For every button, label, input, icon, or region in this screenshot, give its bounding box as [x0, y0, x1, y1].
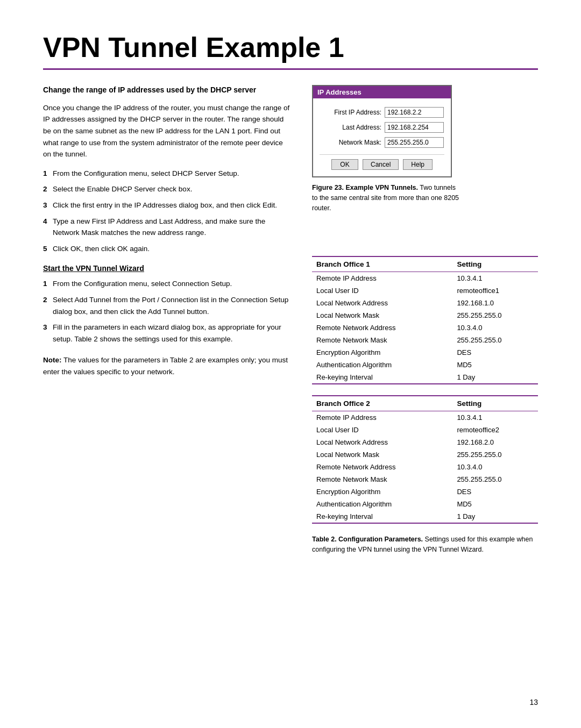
table-cell: 1 Day	[452, 371, 538, 384]
table-cell: Local Network Address	[312, 297, 452, 309]
table-row: Local Network Mask255.255.255.0	[312, 448, 538, 461]
branch-office-1-table: Branch Office 1 Setting Remote IP Addres…	[312, 256, 538, 384]
table-row: Re-keying Interval1 Day	[312, 371, 538, 384]
figure-label: Figure 23. Example VPN Tunnels.	[312, 184, 418, 191]
table-cell: Encryption Algorithm	[312, 486, 452, 498]
table-cell: Remote Network Mask	[312, 473, 452, 486]
page-number: 13	[529, 698, 538, 706]
table-cell: Remote IP Address	[312, 272, 452, 285]
list-item: 1 From the Configuration menu, select DH…	[43, 168, 290, 180]
title-divider	[43, 68, 538, 70]
field-label-3: Network Mask:	[320, 139, 381, 146]
section1-steps: 1 From the Configuration menu, select DH…	[43, 168, 290, 255]
dialog-field-row-1: First IP Address: 192.168.2.2	[320, 107, 444, 118]
table-row: Local User IDremoteoffice1	[312, 284, 538, 297]
table-cell: Authentication Algorithm	[312, 359, 452, 371]
table-cell: 10.3.4.0	[452, 461, 538, 473]
section1-body: Once you change the IP address of the ro…	[43, 102, 290, 160]
table-row: Remote Network Address10.3.4.0	[312, 461, 538, 473]
table-row: Remote Network Mask255.255.255.0	[312, 473, 538, 486]
first-ip-input: 192.168.2.2	[385, 107, 444, 118]
table-cell: 10.3.4.1	[452, 411, 538, 424]
table-cell: remoteoffice1	[452, 284, 538, 297]
table1-col1-header: Branch Office 1	[312, 256, 452, 272]
table-cell: Local Network Mask	[312, 448, 452, 461]
field-label-2: Last Address:	[320, 124, 381, 131]
table-cell: MD5	[452, 498, 538, 510]
table-row: Authentication AlgorithmMD5	[312, 498, 538, 510]
list-item: 1 From the Configuration menu, select Co…	[43, 278, 290, 290]
table-cell: 255.255.255.0	[452, 473, 538, 486]
cancel-button[interactable]: Cancel	[363, 159, 399, 170]
table-cell: Remote Network Mask	[312, 334, 452, 346]
left-column: Change the range of IP addresses used by…	[43, 85, 290, 555]
dialog-buttons: OK Cancel Help	[320, 154, 444, 170]
table-cell: 192.168.1.0	[452, 297, 538, 309]
table-caption: Table 2. Configuration Parameters. Setti…	[312, 534, 538, 555]
table-cell: Remote IP Address	[312, 411, 452, 424]
table-row: Local Network Mask255.255.255.0	[312, 309, 538, 322]
help-button[interactable]: Help	[403, 159, 433, 170]
list-item: 4 Type a new First IP Address and Last A…	[43, 216, 290, 239]
last-address-input: 192.168.2.254	[385, 122, 444, 133]
table-cell: DES	[452, 346, 538, 359]
field-label-1: First IP Address:	[320, 109, 381, 116]
table-cell: 10.3.4.0	[452, 322, 538, 334]
section2-heading: Start the VPN Tunnel Wizard	[43, 264, 290, 273]
table2-col1-header: Branch Office 2	[312, 396, 452, 411]
table-row: Remote Network Address10.3.4.0	[312, 322, 538, 334]
figure-caption: Figure 23. Example VPN Tunnels. Two tunn…	[312, 183, 463, 213]
content-layout: Change the range of IP addresses used by…	[43, 85, 538, 555]
table-cell: 255.255.255.0	[452, 309, 538, 322]
table-cell: Encryption Algorithm	[312, 346, 452, 359]
table-cell: Local Network Address	[312, 436, 452, 448]
dialog-titlebar: IP Addresses	[313, 86, 451, 98]
list-item: 2 Select the Enable DHCP Server check bo…	[43, 183, 290, 195]
table-cell: DES	[452, 486, 538, 498]
ip-addresses-dialog: IP Addresses First IP Address: 192.168.2…	[312, 85, 452, 177]
right-column: IP Addresses First IP Address: 192.168.2…	[312, 85, 538, 555]
table-cell: 255.255.255.0	[452, 448, 538, 461]
dialog-field-row-3: Network Mask: 255.255.255.0	[320, 137, 444, 148]
note-body: The values for the parameters in Table 2…	[43, 356, 288, 376]
table-row: Remote IP Address10.3.4.1	[312, 272, 538, 285]
table-cell: Local Network Mask	[312, 309, 452, 322]
dialog-field-row-2: Last Address: 192.168.2.254	[320, 122, 444, 133]
note-label: Note:	[43, 356, 62, 364]
table-cell: 255.255.255.0	[452, 334, 538, 346]
table-row: Local User IDremoteoffice2	[312, 424, 538, 436]
table-cell: 192.168.2.0	[452, 436, 538, 448]
table-row: Remote IP Address10.3.4.1	[312, 411, 538, 424]
list-item: 2 Select Add Tunnel from the Port / Conn…	[43, 294, 290, 317]
table-cell: Local User ID	[312, 284, 452, 297]
page-title: VPN Tunnel Example 1	[43, 32, 538, 63]
table-row: Local Network Address192.168.2.0	[312, 436, 538, 448]
table-row: Remote Network Mask255.255.255.0	[312, 334, 538, 346]
dialog-body: First IP Address: 192.168.2.2 Last Addre…	[313, 98, 451, 176]
table-cell: MD5	[452, 359, 538, 371]
table-cell: 1 Day	[452, 510, 538, 523]
section2-steps: 1 From the Configuration menu, select Co…	[43, 278, 290, 345]
section1-heading: Change the range of IP addresses used by…	[43, 85, 290, 96]
table-cell: remoteoffice2	[452, 424, 538, 436]
table-cell: 10.3.4.1	[452, 272, 538, 285]
table-cell: Re-keying Interval	[312, 510, 452, 523]
table-row: Encryption AlgorithmDES	[312, 486, 538, 498]
table2-col2-header: Setting	[452, 396, 538, 411]
table-cell: Re-keying Interval	[312, 371, 452, 384]
table-caption-label: Table 2. Configuration Parameters.	[312, 536, 423, 543]
table1-col2-header: Setting	[452, 256, 538, 272]
table-row: Authentication AlgorithmMD5	[312, 359, 538, 371]
note-text: Note: The values for the parameters in T…	[43, 354, 290, 377]
list-item: 3 Fill in the parameters in each wizard …	[43, 322, 290, 345]
table-cell: Local User ID	[312, 424, 452, 436]
list-item: 5 Click OK, then click OK again.	[43, 243, 290, 255]
branch-office-2-table: Branch Office 2 Setting Remote IP Addres…	[312, 395, 538, 524]
table-row: Re-keying Interval1 Day	[312, 510, 538, 523]
table-row: Encryption AlgorithmDES	[312, 346, 538, 359]
table-cell: Remote Network Address	[312, 322, 452, 334]
table-cell: Remote Network Address	[312, 461, 452, 473]
ok-button[interactable]: OK	[331, 159, 358, 170]
list-item: 3 Click the first entry in the IP Addres…	[43, 199, 290, 211]
network-mask-input: 255.255.255.0	[385, 137, 444, 148]
